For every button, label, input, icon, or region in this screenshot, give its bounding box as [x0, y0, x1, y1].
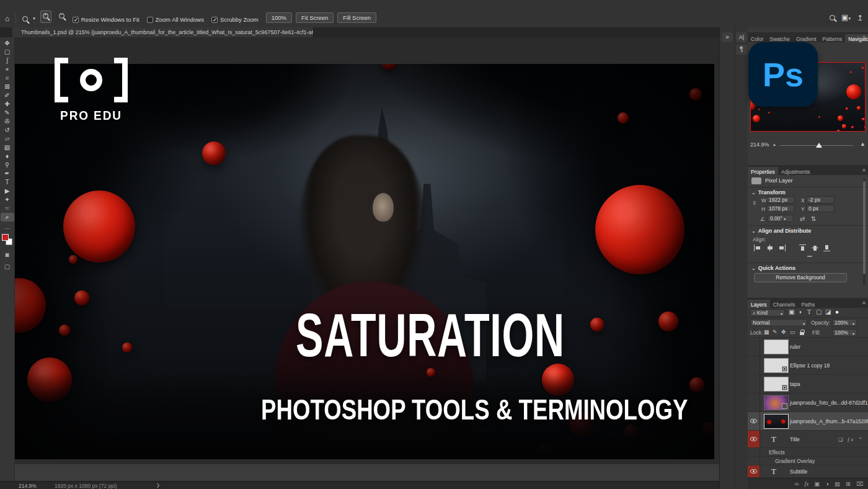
visibility-cell[interactable] [748, 412, 760, 430]
filter-toggle-icon[interactable]: ● [835, 308, 839, 315]
color-swatches[interactable] [0, 234, 15, 248]
blend-mode-select[interactable]: Normal▾ [750, 319, 807, 326]
transform-section-header[interactable]: ⌄Transform [751, 189, 786, 195]
new-group-icon[interactable]: ▤ [835, 480, 840, 487]
expand-panels-icon[interactable]: » [722, 32, 733, 42]
effect-name[interactable]: Gradient Overlay [775, 458, 815, 464]
zoom-tool-icon[interactable] [22, 16, 28, 23]
delete-layer-icon[interactable]: ⌧ [856, 480, 863, 487]
brush-tool-icon[interactable]: ✎ [1, 109, 14, 117]
history-brush-tool-icon[interactable]: ↺ [1, 126, 14, 135]
eye-icon[interactable] [750, 469, 757, 473]
eraser-tool-icon[interactable]: ▱ [1, 135, 14, 143]
fill-select[interactable]: 100%▾ [832, 329, 857, 336]
share-icon[interactable]: ↥ [857, 14, 863, 22]
opacity-select[interactable]: 100%▾ [832, 319, 857, 326]
filter-image-icon[interactable]: ▣ [789, 308, 794, 315]
align-bottom-edges-icon[interactable] [823, 244, 831, 251]
dodge-tool-icon[interactable]: ⚲ [1, 161, 14, 169]
paragraph-panel-icon[interactable]: ¶ [736, 45, 747, 55]
rotation-field[interactable]: 0.00° ▾ [768, 215, 794, 222]
quick-mask-icon[interactable]: ◙ [1, 250, 14, 259]
link-dimensions-icon[interactable]: ∞ [751, 201, 758, 205]
layer-row-ellipse-1-copy-18[interactable]: Ellipse 1 copy 18 [748, 356, 868, 375]
layer-name[interactable]: Title [790, 436, 800, 442]
align-right-edges-icon[interactable] [778, 244, 786, 251]
character-panel-icon[interactable]: A| [736, 32, 747, 42]
workspace-icon[interactable]: ▣▾ [841, 13, 851, 23]
horizontal-scrollbar[interactable] [15, 464, 719, 481]
filter-adjustment-icon[interactable]: ◑ [798, 308, 802, 315]
hand-tool-icon[interactable]: ☜ [1, 204, 14, 213]
checkbox-zoom-all-windows[interactable]: Zoom All Windows [147, 16, 204, 23]
move-tool-icon[interactable]: ✥ [1, 39, 14, 48]
filter-type-icon[interactable]: T [807, 308, 811, 315]
visibility-cell[interactable] [748, 431, 760, 447]
path-selection-tool-icon[interactable]: ▶ [1, 187, 14, 195]
tab-adjustments[interactable]: Adjustments [778, 167, 813, 175]
blur-tool-icon[interactable]: ♦ [1, 152, 14, 161]
lock-all-icon[interactable] [800, 332, 804, 335]
100%-button[interactable]: 100% [266, 12, 292, 23]
link-layers-icon[interactable]: ∞ [795, 480, 799, 487]
navigator-zoom-field[interactable]: 214.9% [750, 141, 769, 148]
canvas-area[interactable]: SATURATION PHOTOSHOP TOOLS & TERMINOLOGY… [15, 37, 719, 481]
eye-icon[interactable] [750, 437, 757, 441]
home-icon[interactable]: ⌂ [5, 14, 9, 23]
checkbox-resize-windows-to-fit[interactable]: Resize Windows to Fit [73, 16, 140, 23]
gradient-tool-icon[interactable]: ▧ [1, 143, 14, 152]
search-icon[interactable] [830, 15, 835, 22]
tab-paths[interactable]: Paths [798, 300, 818, 308]
marquee-tool-icon[interactable]: ▢ [1, 48, 14, 56]
tab-gradient[interactable]: Gradient [793, 34, 820, 42]
visibility-cell[interactable] [748, 465, 760, 477]
document-tab[interactable]: Thumbnails_1.psd @ 215% (juanproedu_A_th… [12, 27, 314, 37]
screen-mode-icon[interactable]: ▢ [1, 262, 14, 271]
type-tool-icon[interactable]: T [1, 178, 14, 187]
visibility-cell[interactable] [748, 375, 760, 393]
shape-tool-icon[interactable]: ✦ [1, 195, 14, 204]
edit-toolbar-icon[interactable]: … [4, 224, 10, 230]
align-left-edges-icon[interactable] [754, 244, 761, 251]
layer-effects-badges[interactable]: ❏ fx ⌃ [838, 436, 864, 442]
y-field[interactable]: 0 px [806, 205, 835, 212]
tab-swatche[interactable]: Swatche [766, 34, 793, 42]
layer-name[interactable]: juanproedu_foto_de...dd-87d2df16c418_1 [790, 400, 868, 406]
layer-name[interactable]: tapa [790, 381, 800, 387]
layer-row-tapa[interactable]: tapa [748, 375, 868, 393]
align-top-edges-icon[interactable] [799, 244, 807, 251]
lock-image-pixels-icon[interactable]: ✎ [773, 329, 777, 335]
visibility-cell[interactable] [748, 356, 760, 374]
status-chevron-icon[interactable]: ❯ [156, 483, 160, 488]
pen-tool-icon[interactable]: ✒ [1, 169, 14, 178]
properties-scrollbar[interactable] [863, 179, 866, 285]
layer-style-icon[interactable]: fx [805, 481, 809, 487]
frame-tool-icon[interactable]: ⊠ [1, 83, 14, 91]
effects-label[interactable]: Effects [769, 449, 785, 455]
width-field[interactable]: 1922 px [766, 196, 795, 204]
lock-transparent-pixels-icon[interactable]: ▦ [764, 329, 769, 335]
layer-thumbnail[interactable] [764, 377, 789, 392]
new-layer-icon[interactable]: ⊞ [846, 480, 851, 487]
tab-patterns[interactable]: Patterns [820, 34, 846, 42]
layer-row-effects[interactable]: Effects [748, 448, 868, 457]
layer-row-subtitle[interactable]: T Subtitle [748, 465, 868, 478]
align-horizontal-centers-icon[interactable] [766, 244, 774, 251]
flip-vertical-icon[interactable]: ⇅ [811, 215, 816, 222]
layer-row-juanproedu-foto-de-dd-87d2df16[interactable]: juanproedu_foto_de...dd-87d2df16c418_1 [748, 393, 868, 412]
layer-row-gradient-overlay[interactable]: Gradient Overlay [748, 457, 868, 465]
layer-row-juanproedu-a-thum-b-47a1529fc8[interactable]: juanproedu_A_thum...b-47a1529fc817_2 [748, 412, 868, 431]
zoom-in-button[interactable]: + [40, 11, 51, 23]
layer-thumbnail[interactable] [764, 358, 789, 373]
zoom-out-mountain-icon[interactable]: ▲ [773, 143, 776, 146]
layer-name[interactable]: ruler [790, 344, 800, 350]
kind-filter-dropdown[interactable]: ⌕ Kind ▾ [750, 309, 785, 316]
visibility-cell[interactable] [748, 338, 760, 356]
align-more-icon[interactable]: ••• [807, 254, 812, 258]
layer-mask-icon[interactable]: ▣ [814, 480, 820, 487]
crop-tool-icon[interactable]: ⌗ [1, 74, 14, 83]
layer-thumbnail[interactable] [764, 339, 789, 354]
height-field[interactable]: 1078 px [766, 205, 795, 212]
clone-stamp-tool-icon[interactable]: ✇ [1, 117, 14, 126]
x-field[interactable]: -2 px [806, 196, 835, 204]
